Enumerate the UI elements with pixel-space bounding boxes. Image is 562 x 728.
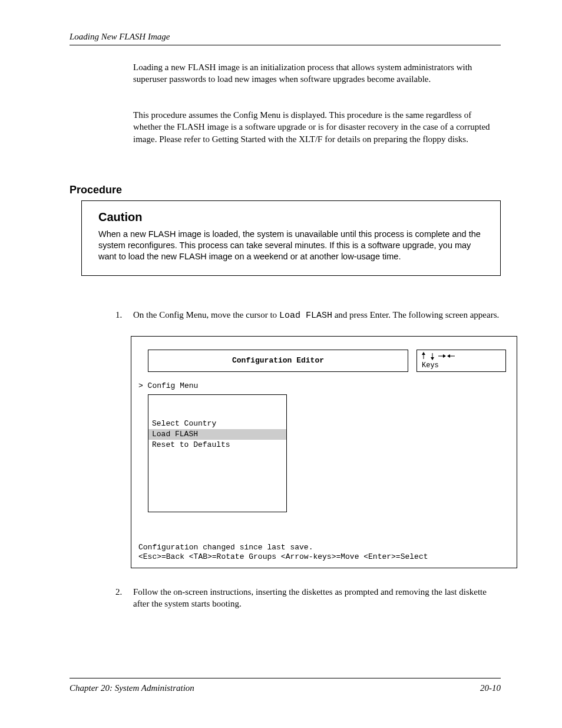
step-1-command: Load FLASH — [279, 311, 332, 321]
menu-item-select-country[interactable]: Select Country — [148, 419, 286, 429]
arrow-keys-box: Keys — [416, 350, 506, 372]
svg-marker-7 — [447, 354, 450, 358]
step-1-text-a: On the Config Menu, move the cursor to — [133, 310, 277, 319]
menu-item-reset-defaults[interactable]: Reset to Defaults — [148, 440, 286, 450]
procedure-heading: Procedure — [70, 183, 122, 197]
step-1-text-b: and press Enter. The following screen ap… — [335, 310, 500, 319]
header-rule — [70, 45, 501, 45]
arrow-keys-icons — [421, 352, 456, 360]
config-editor-title: Configuration Editor — [148, 350, 408, 372]
caution-box: Caution When a new FLASH image is loaded… — [81, 200, 501, 276]
caution-text: When a new FLASH image is loaded, the sy… — [98, 229, 484, 262]
svg-marker-5 — [443, 354, 446, 358]
step-2: 2. Follow the on-screen instructions, in… — [133, 586, 501, 610]
intro-paragraph-1: Loading a new FLASH image is an initiali… — [133, 61, 501, 85]
menu-item-load-flash[interactable]: Load FLASH — [148, 429, 286, 440]
footer-page-number: 20-10 — [480, 682, 501, 694]
config-editor-screen: Configuration Editor Keys > Config Menu — [131, 336, 517, 568]
running-header: Loading New FLASH Image — [70, 31, 170, 42]
footer-rule — [70, 678, 501, 678]
svg-marker-3 — [431, 357, 434, 360]
keys-label: Keys — [422, 361, 439, 370]
config-menu-list[interactable]: Select Country Load FLASH Reset to Defau… — [148, 394, 287, 512]
step-2-number: 2. — [115, 586, 122, 598]
config-status-line: Configuration changed since last save. — [138, 543, 510, 552]
caution-label: Caution — [98, 209, 484, 225]
step-1: 1. On the Config Menu, move the cursor t… — [133, 309, 501, 322]
config-key-hints: <Esc>=Back <TAB>=Rotate Groups <Arrow-ke… — [138, 552, 510, 562]
config-footer: Configuration changed since last save. <… — [138, 543, 510, 562]
step-2-text: Follow the on-screen instructions, inser… — [133, 587, 487, 608]
config-menu-caret: > Config Menu — [138, 381, 198, 391]
svg-marker-1 — [422, 352, 425, 355]
intro-paragraph-2: This procedure assumes the Config Menu i… — [133, 109, 501, 145]
footer-chapter: Chapter 20: System Administration — [70, 682, 194, 694]
step-1-number: 1. — [115, 309, 122, 321]
